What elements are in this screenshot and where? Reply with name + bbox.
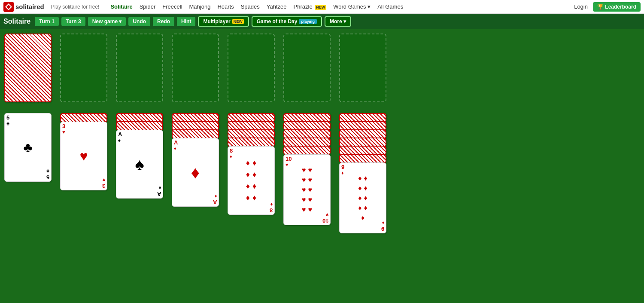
tableau-5-back-5 (283, 146, 331, 155)
foundation-1[interactable] (60, 34, 107, 102)
redo-button[interactable]: Redo (153, 17, 174, 26)
multiplayer-button[interactable]: Multiplayer NEW (198, 16, 249, 27)
tableau-4-8d[interactable]: 8 ♦ ♦♦ ♦♦ ♦♦ ♦♦ 8 ♦ (228, 146, 275, 215)
turn3-button[interactable]: Turn 3 (61, 17, 85, 26)
phrazle-new-badge: NEW (315, 5, 326, 10)
waste-card-5c[interactable]: 5 ♣ ♣ 5 ♣ (4, 113, 52, 182)
nav-all-games[interactable]: All Games (375, 3, 406, 10)
foundation-2[interactable] (116, 34, 163, 102)
tableau-5-10h[interactable]: 10 ♥ ♥♥ ♥♥ ♥♥ ♥♥ ♥♥ 10 ♥ (283, 154, 331, 225)
tableau-3-back-3 (172, 129, 219, 139)
gotd-button[interactable]: Game of the Day playing (252, 16, 322, 27)
turn1-button[interactable]: Turn 1 (35, 17, 59, 26)
tableau-1-back-1 (60, 113, 107, 122)
top-navigation: solitaired Play solitaire for free! Soli… (0, 0, 644, 14)
nav-hearts[interactable]: Hearts (215, 3, 236, 10)
login-button[interactable]: Login (571, 3, 591, 10)
undo-button[interactable]: Undo (128, 17, 150, 26)
foundation-4[interactable] (228, 34, 275, 102)
game-toolbar: Solitaire Turn 1 Turn 3 New game ▾ Undo … (0, 14, 644, 29)
tableau-3-ad[interactable]: A ♦ ♦ A ♦ (172, 138, 219, 207)
tableau-1-3h[interactable]: 3 ♥ ♥ 3 ♥ (60, 122, 107, 190)
logo-text: solitaired (15, 3, 44, 10)
nav-yahtzee[interactable]: Yahtzee (264, 3, 289, 10)
nav-solitaire[interactable]: Solitaire (108, 3, 135, 10)
leaderboard-button[interactable]: 🏆 Leaderboard (593, 2, 641, 12)
new-game-button[interactable]: New game ▾ (88, 17, 126, 26)
tableau-4-back-4 (228, 138, 275, 147)
nav-spider[interactable]: Spider (137, 3, 158, 10)
multiplayer-new-badge: NEW (232, 19, 244, 24)
foundation-3[interactable] (172, 34, 219, 102)
game-area: 5 ♣ ♣ 5 ♣ 3 ♥ ♥ 3 ♥ A ♠ ♠ (0, 29, 644, 303)
nav-spades[interactable]: Spades (238, 3, 262, 10)
foundation-6[interactable] (339, 34, 386, 102)
nav-phrazle[interactable]: Phrazle NEW (291, 3, 329, 10)
nav-word-games[interactable]: Word Games ▾ (331, 3, 373, 10)
stock-pile[interactable] (4, 34, 52, 102)
game-title: Solitaire (3, 18, 30, 25)
tableau-2-as[interactable]: A ♠ ♠ A ♠ (116, 130, 163, 199)
nav-mahjong[interactable]: Mahjong (187, 3, 213, 10)
playing-badge: playing (299, 19, 317, 24)
hint-button[interactable]: Hint (177, 17, 195, 26)
tableau-2-back-2 (116, 121, 163, 131)
foundation-5[interactable] (283, 34, 331, 102)
logo[interactable]: solitaired (3, 2, 44, 12)
logo-icon (3, 2, 14, 12)
tableau-6-9d[interactable]: 9 ♦ ♦♦ ♦♦ ♦♦ ♦♦ ♦ 9 ♦ (339, 162, 386, 233)
tagline: Play solitaire for free! (51, 4, 100, 10)
more-button[interactable]: More ▾ (325, 16, 351, 27)
tableau-6-back-6 (339, 154, 386, 163)
nav-freecell[interactable]: Freecell (160, 3, 185, 10)
